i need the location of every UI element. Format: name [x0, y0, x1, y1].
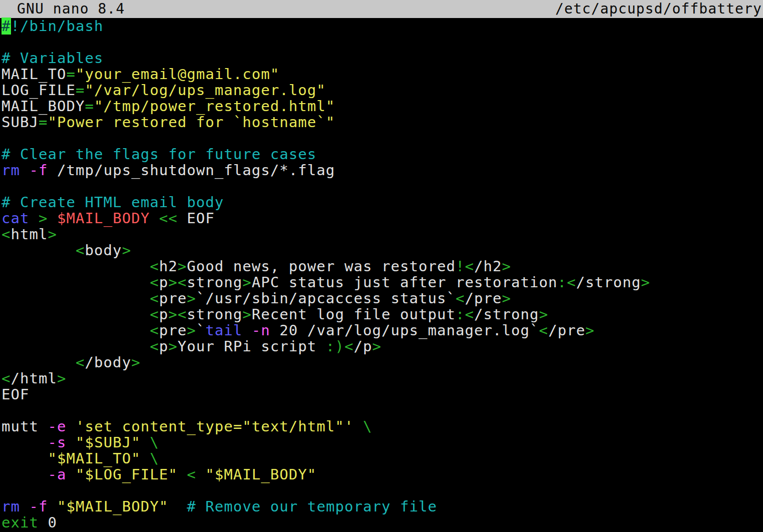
- code-segment: LOG_FILE: [2, 82, 76, 99]
- code-segment: <: [150, 274, 159, 291]
- code-line: </body>: [2, 354, 763, 370]
- code-line: # Clear the flags for future cases: [2, 146, 763, 162]
- code-segment: <: [178, 274, 187, 291]
- code-segment: strong: [187, 306, 242, 323]
- text-cursor: #: [2, 18, 11, 35]
- code-line: rm -f /tmp/ups_shutdown_flags/*.flag: [2, 162, 763, 178]
- code-line: exit 0: [2, 514, 763, 530]
- code-segment: SUBJ: [2, 114, 39, 131]
- code-segment: [67, 466, 76, 483]
- code-segment: <: [150, 306, 159, 323]
- code-segment: -f: [30, 498, 48, 515]
- code-segment: # Variables: [2, 50, 104, 67]
- code-segment: [20, 498, 30, 515]
- code-line: <p>Your RPi script :)</p>: [2, 338, 763, 354]
- code-segment: :: [558, 274, 567, 291]
- code-segment: =: [67, 66, 76, 83]
- code-line: mutt -e 'set content_type="text/html"' \: [2, 418, 763, 434]
- code-segment: >: [39, 210, 48, 227]
- code-segment: "/tmp/power_restored.html": [94, 98, 335, 115]
- code-line: [2, 34, 763, 50]
- code-segment: <: [150, 258, 159, 275]
- code-line: <p><strong>APC status just after restora…: [2, 274, 763, 290]
- code-line: [2, 178, 763, 194]
- code-segment: EOF: [178, 210, 215, 227]
- nano-titlebar: GNU nano 8.4 /etc/apcupsd/offbattery: [0, 0, 763, 18]
- code-segment: "Power restored for `hostname`": [48, 114, 335, 131]
- code-segment: # Create HTML email body: [2, 194, 224, 211]
- code-segment: [2, 466, 48, 483]
- code-segment: p: [159, 306, 169, 323]
- code-segment: 'set content_type="text/html"': [76, 418, 353, 435]
- code-segment: !: [456, 258, 465, 275]
- code-segment: rm: [2, 498, 20, 515]
- code-segment: =: [85, 98, 95, 115]
- code-segment: -e: [48, 418, 67, 435]
- code-segment: <: [150, 338, 159, 355]
- code-segment: tail: [205, 322, 242, 339]
- code-segment: /tmp/ups_shutdown_flags/*.flag: [48, 162, 335, 179]
- code-line: MAIL_TO="your_email@gmail.com": [2, 66, 763, 82]
- code-segment: :: [456, 306, 465, 323]
- code-segment: [2, 322, 150, 339]
- code-segment: <: [465, 258, 475, 275]
- code-segment: MAIL_TO: [2, 66, 67, 83]
- code-segment: [2, 274, 150, 291]
- code-segment: [141, 434, 150, 451]
- code-segment: [2, 450, 48, 467]
- code-segment: pre: [159, 322, 187, 339]
- code-line: # Create HTML email body: [2, 194, 763, 210]
- code-segment: rm: [2, 162, 20, 179]
- code-segment: <: [2, 370, 11, 387]
- code-segment: [168, 498, 187, 515]
- code-segment: <: [150, 290, 159, 307]
- code-segment: Your RPi script: [178, 338, 326, 355]
- code-segment: /html: [11, 370, 58, 387]
- code-segment: >: [242, 306, 252, 323]
- code-segment: [178, 466, 187, 483]
- code-segment: mutt: [2, 418, 48, 435]
- code-segment: "your_email@gmail.com": [76, 66, 279, 83]
- file-path-label: /etc/apcupsd/offbattery: [555, 0, 762, 18]
- code-segment: >: [168, 274, 178, 291]
- code-segment: [353, 418, 363, 435]
- code-segment: pre: [159, 290, 187, 307]
- code-segment: # Remove our temporary file: [187, 498, 437, 515]
- code-segment: /body: [85, 354, 132, 371]
- code-line: <body>: [2, 242, 763, 258]
- code-segment: <: [456, 290, 465, 307]
- code-segment: :): [326, 338, 344, 355]
- code-segment: "$MAIL_BODY": [205, 466, 316, 483]
- code-segment: /pre: [548, 322, 585, 339]
- code-segment: "$SUBJ": [76, 434, 141, 451]
- code-segment: >: [585, 322, 595, 339]
- code-segment: Recent log file output: [252, 306, 456, 323]
- code-segment: [67, 418, 76, 435]
- code-segment: "$MAIL_TO": [48, 450, 141, 467]
- code-segment: EOF: [2, 386, 30, 403]
- code-segment: -n: [252, 322, 270, 339]
- code-segment: body: [85, 242, 122, 259]
- nano-editor-window: GNU nano 8.4 /etc/apcupsd/offbattery #!/…: [0, 0, 763, 532]
- code-segment: strong: [187, 274, 242, 291]
- code-segment: /pre: [465, 290, 502, 307]
- code-line: EOF: [2, 386, 763, 402]
- code-line: </html>: [2, 370, 763, 386]
- editor-area[interactable]: #!/bin/bash # VariablesMAIL_TO="your_ema…: [0, 18, 763, 532]
- code-segment: -f: [30, 162, 48, 179]
- code-segment: 0: [39, 514, 57, 531]
- code-segment: <: [2, 226, 11, 243]
- code-segment: [48, 210, 58, 227]
- code-segment: >: [502, 290, 512, 307]
- code-segment: h2: [159, 258, 178, 275]
- code-segment: >: [168, 306, 178, 323]
- code-segment: <: [76, 242, 85, 259]
- code-segment: "$LOG_FILE": [76, 466, 178, 483]
- code-segment: [20, 162, 30, 179]
- code-line: -s "$SUBJ" \: [2, 434, 763, 450]
- code-segment: p: [159, 338, 169, 355]
- code-segment: >: [187, 322, 196, 339]
- code-segment: >: [641, 274, 650, 291]
- code-segment: # Clear the flags for future cases: [2, 146, 316, 163]
- code-segment: =: [76, 82, 85, 99]
